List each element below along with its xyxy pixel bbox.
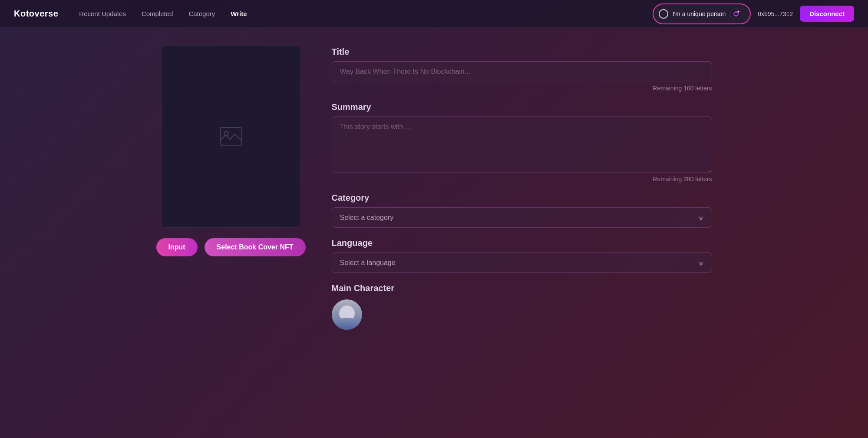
main-character-label: Main Character bbox=[332, 283, 712, 293]
input-button[interactable]: Input bbox=[156, 238, 198, 256]
image-placeholder-icon bbox=[220, 127, 242, 146]
select-book-cover-nft-button[interactable]: Select Book Cover NFT bbox=[205, 238, 306, 256]
right-panel: Title Remaining 100 letters Summary Rema… bbox=[332, 45, 712, 330]
character-avatar[interactable] bbox=[332, 299, 362, 330]
wallet-address: 0xb95...7312 bbox=[758, 10, 793, 17]
main-character-section: Main Character bbox=[332, 283, 712, 330]
language-select[interactable]: Select a language English Japanese Korea… bbox=[332, 252, 712, 273]
character-avatar-container bbox=[332, 299, 712, 330]
world-id-button[interactable]: I'm a unique person bbox=[653, 3, 751, 24]
language-label: Language bbox=[332, 238, 712, 248]
category-field-group: Category Select a category Fantasy Scien… bbox=[332, 193, 712, 228]
brand-logo: Kotoverse bbox=[14, 9, 58, 19]
disconnect-button[interactable]: Disconnect bbox=[800, 6, 854, 22]
title-remaining: Remaining 100 letters bbox=[332, 85, 712, 92]
nav-right: I'm a unique person 0xb95...7312 Disconn… bbox=[653, 3, 854, 24]
title-input[interactable] bbox=[332, 61, 712, 82]
category-label: Category bbox=[332, 193, 712, 203]
svg-point-5 bbox=[224, 131, 228, 136]
nav-links: Recent Updates Completed Category Write bbox=[79, 10, 652, 17]
avatar-body bbox=[336, 318, 358, 330]
world-id-circle-icon bbox=[659, 9, 668, 19]
category-select[interactable]: Select a category Fantasy Science Fictio… bbox=[332, 207, 712, 228]
navbar: Kotoverse Recent Updates Completed Categ… bbox=[0, 0, 868, 28]
summary-remaining: Remaining 280 letters bbox=[332, 176, 712, 182]
left-panel: Input Select Book Cover NFT bbox=[156, 45, 306, 256]
svg-point-3 bbox=[738, 11, 739, 12]
nav-completed[interactable]: Completed bbox=[142, 10, 173, 17]
book-cover-preview bbox=[162, 45, 300, 228]
cover-buttons: Input Select Book Cover NFT bbox=[156, 238, 306, 256]
svg-point-0 bbox=[731, 8, 742, 19]
svg-rect-4 bbox=[220, 128, 242, 145]
nav-write[interactable]: Write bbox=[231, 10, 247, 17]
summary-label: Summary bbox=[332, 102, 712, 112]
language-field-group: Language Select a language English Japan… bbox=[332, 238, 712, 273]
nav-category[interactable]: Category bbox=[188, 10, 215, 17]
nav-recent-updates[interactable]: Recent Updates bbox=[79, 10, 126, 17]
category-select-wrapper: Select a category Fantasy Science Fictio… bbox=[332, 207, 712, 228]
language-select-wrapper: Select a language English Japanese Korea… bbox=[332, 252, 712, 273]
summary-field-group: Summary Remaining 280 letters bbox=[332, 102, 712, 182]
main-content: Input Select Book Cover NFT Title Remain… bbox=[130, 28, 738, 347]
summary-textarea[interactable] bbox=[332, 116, 712, 173]
title-label: Title bbox=[332, 47, 712, 57]
world-id-logo-icon bbox=[730, 8, 742, 20]
avatar-shape bbox=[336, 299, 358, 330]
world-id-label: I'm a unique person bbox=[673, 10, 726, 17]
title-field-group: Title Remaining 100 letters bbox=[332, 47, 712, 92]
